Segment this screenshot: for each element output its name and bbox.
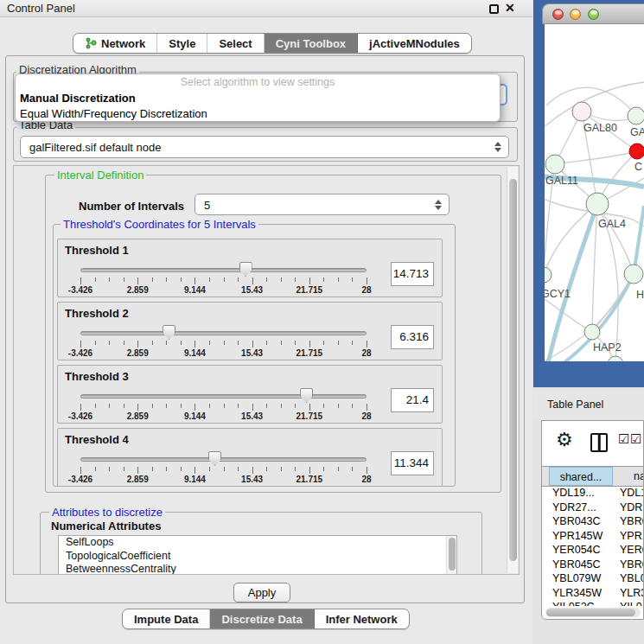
cell-name: YLR3 xyxy=(620,587,643,599)
cell-shared-name: YDL19... xyxy=(552,487,595,499)
cell-name: YBR0 xyxy=(620,515,643,527)
cell-shared-name: YPR145W xyxy=(552,530,603,542)
dropdown-option-manual-discretization[interactable]: Manual Discretization xyxy=(16,91,500,106)
slider-track[interactable] xyxy=(80,457,367,462)
tab-label: Impute Data xyxy=(134,613,198,626)
settings-scrollpane: Interval Definition Number of Intervals … xyxy=(13,165,520,575)
tab-style[interactable]: Style xyxy=(157,34,207,53)
table-data-value: galFiltered.sif default node xyxy=(29,141,161,154)
float-window-icon[interactable] xyxy=(489,4,499,14)
slider-ticks xyxy=(80,404,367,411)
table-row[interactable]: YDL19...YDL1 xyxy=(542,487,643,501)
tab-cyni-toolbox[interactable]: Cyni Toolbox xyxy=(265,34,358,53)
checkbox-icon[interactable]: ☑ xyxy=(618,431,629,447)
cell-shared-name: YLR345W xyxy=(552,587,602,599)
threshold-value-field[interactable]: 21.4 xyxy=(391,388,434,412)
table-row[interactable]: YBR045CYBR0 xyxy=(542,558,643,573)
list-scrollbar[interactable] xyxy=(446,536,456,575)
close-traffic-light-icon[interactable] xyxy=(552,9,564,20)
tab-network[interactable]: Network xyxy=(73,34,157,53)
gear-icon[interactable]: ⚙ xyxy=(556,429,573,451)
table-row[interactable]: YBL079WYBL0 xyxy=(542,572,643,587)
tab-jactivemnodules[interactable]: jActiveMNodules xyxy=(358,34,471,53)
table-row[interactable]: YIL052CYIL0 xyxy=(542,601,643,606)
network-canvas[interactable]: GAL80GACGAL11GAL4GCY1HHAP2 xyxy=(545,24,644,361)
network-edge[interactable] xyxy=(555,151,637,164)
interval-definition-title: Interval Definition xyxy=(54,169,146,182)
tab-impute-data[interactable]: Impute Data xyxy=(123,609,210,628)
zoom-traffic-light-icon[interactable] xyxy=(588,9,599,20)
table-rows: YDL19...YDL1YDR27...YDR2YBR043CYBR0YPR14… xyxy=(542,487,643,606)
number-of-intervals-combobox[interactable]: 5 xyxy=(194,194,450,215)
list-item[interactable]: TopologicalCoefficient xyxy=(59,550,456,564)
network-node-gal4[interactable] xyxy=(586,193,609,215)
table-row[interactable]: YBR043CYBR0 xyxy=(542,515,643,530)
threshold-label: Threshold 4 xyxy=(65,433,129,446)
tab-label: Style xyxy=(169,37,195,50)
control-panel-titlebar: Control Panel ✕ xyxy=(0,0,532,17)
table-hscrollbar[interactable] xyxy=(545,608,641,617)
settings-scrollbar[interactable] xyxy=(507,167,518,573)
network-node[interactable] xyxy=(608,356,623,361)
list-item[interactable]: SelfLoops xyxy=(59,536,456,550)
table-row[interactable]: YLR345WYLR3 xyxy=(542,587,643,602)
checkbox-icon[interactable]: ☑ xyxy=(630,431,641,447)
cyni-content-panel: Discretization Algorithm Select algorith… xyxy=(5,55,525,603)
slider-handle[interactable] xyxy=(300,388,313,403)
network-node-h[interactable] xyxy=(624,265,643,284)
table-toolbar: ⚙ ☑ ☑ xyxy=(542,421,643,466)
slider-track[interactable] xyxy=(80,268,367,272)
network-node-gcy1[interactable] xyxy=(545,267,552,283)
threshold-value-field[interactable]: 11.344 xyxy=(391,451,434,475)
tab-select[interactable]: Select xyxy=(207,34,264,53)
tab-discretize-data[interactable]: Discretize Data xyxy=(210,609,314,628)
tab-infer-network[interactable]: Infer Network xyxy=(315,609,409,628)
table-row[interactable]: YER054CYER0 xyxy=(542,544,643,558)
slider-ticks xyxy=(80,341,367,348)
number-of-intervals-label: Number of Intervals xyxy=(79,200,184,213)
minimize-traffic-light-icon[interactable] xyxy=(570,9,581,20)
table-panel-title: Table Panel xyxy=(547,399,603,411)
table-row[interactable]: YDR27...YDR2 xyxy=(542,501,643,516)
network-node-hap2[interactable] xyxy=(584,324,600,340)
network-node-label: GAL11 xyxy=(545,175,578,187)
network-edge[interactable] xyxy=(545,299,592,332)
slider-handle[interactable] xyxy=(163,325,175,340)
table-row[interactable]: YPR145WYPR1 xyxy=(542,530,643,545)
network-node-c[interactable] xyxy=(629,143,644,159)
tab-label: Network xyxy=(101,37,145,50)
list-item[interactable]: BetweennessCentrality xyxy=(59,563,456,575)
slider-handle[interactable] xyxy=(208,451,221,466)
apply-button[interactable]: Apply xyxy=(233,583,290,603)
dropdown-placeholder-option[interactable]: Select algorithm to view settings xyxy=(16,74,500,91)
thresholds-group-title: Threshold's Coordinates for 5 Intervals xyxy=(61,218,258,231)
close-icon[interactable]: ✕ xyxy=(505,1,515,15)
split-columns-icon[interactable] xyxy=(590,433,608,452)
dropdown-option-equal-width-frequency[interactable]: Equal Width/Frequency Discretization xyxy=(16,106,500,122)
network-node-gal80[interactable] xyxy=(572,102,591,121)
panel-title: Control Panel xyxy=(7,2,75,15)
cell-shared-name: YBL079W xyxy=(552,572,601,584)
slider-track[interactable] xyxy=(80,331,367,335)
table-panel-body: ⚙ ☑ ☑ shared... na YDL19...YDL1YDR27...Y… xyxy=(541,420,644,620)
table-data-combobox[interactable]: galFiltered.sif default node xyxy=(20,136,509,158)
slider-tick-labels: -3.4262.8599.14415.4321.71528 xyxy=(80,411,367,422)
tab-label: Discretize Data xyxy=(221,613,302,626)
network-node-ga[interactable] xyxy=(628,107,644,124)
network-node-label: H xyxy=(636,289,644,301)
column-header-shared-name[interactable]: shared... xyxy=(549,467,613,486)
threshold-row: Threshold 1-3.4262.8599.14415.4321.71528… xyxy=(57,239,443,297)
slider-handle[interactable] xyxy=(239,262,252,277)
network-node-label: GAL4 xyxy=(598,218,626,230)
table-column-headers: shared... na xyxy=(542,466,643,487)
attributes-group-title: Attributes to discretize xyxy=(49,506,165,519)
number-of-intervals-value: 5 xyxy=(204,198,210,211)
cell-shared-name: YER054C xyxy=(552,544,601,556)
network-node-label: GCY1 xyxy=(545,288,571,300)
network-node-gal11[interactable] xyxy=(545,155,564,174)
threshold-value-field[interactable]: 6.316 xyxy=(391,325,434,349)
column-header-name[interactable]: na xyxy=(613,467,643,486)
slider-track[interactable] xyxy=(80,394,367,399)
threshold-value-field[interactable]: 14.713 xyxy=(391,262,434,286)
network-edge[interactable] xyxy=(545,204,597,275)
